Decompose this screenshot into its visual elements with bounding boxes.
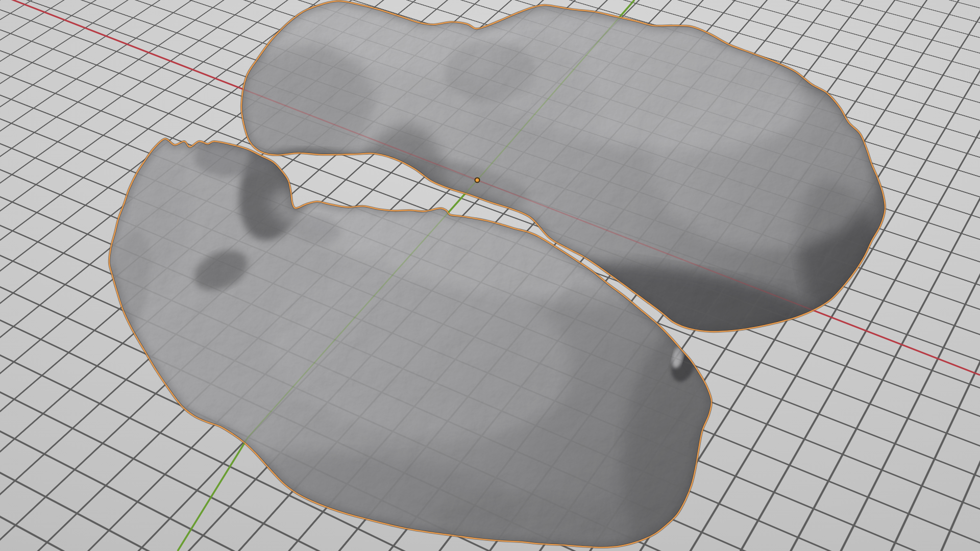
y-axis-line xyxy=(178,0,634,551)
world-axes xyxy=(0,0,980,551)
y-axis-faint-line xyxy=(178,0,634,551)
world-axes-faint xyxy=(0,0,980,551)
object-origin-dot[interactable] xyxy=(475,178,480,183)
mesh-surface-upper xyxy=(202,0,900,366)
floor-grid xyxy=(0,0,980,551)
mesh-object-upper[interactable] xyxy=(202,0,900,366)
x-axis-line xyxy=(0,0,980,375)
mesh-object-lower[interactable] xyxy=(98,112,725,551)
grid-overlay xyxy=(0,0,980,551)
3d-viewport[interactable] xyxy=(0,0,980,551)
mesh-surface-lower xyxy=(98,112,725,551)
mesh-objects xyxy=(0,0,980,551)
x-axis-faint-line xyxy=(0,0,980,375)
